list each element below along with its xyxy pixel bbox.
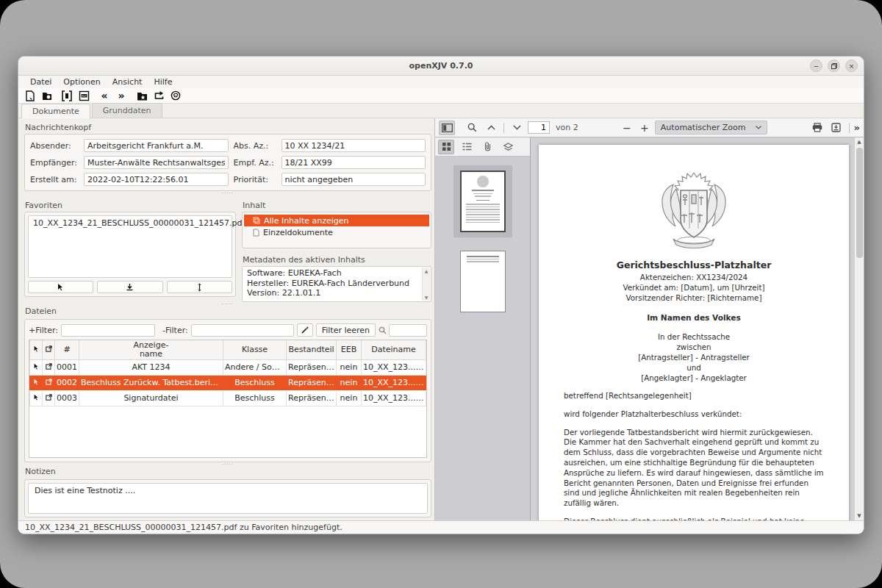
document-paragraph: Dieser Beschluss dient ausschließlich al… [564, 517, 824, 520]
magic-filter-button[interactable] [297, 323, 313, 337]
open-external-column-header[interactable] [43, 340, 55, 359]
sidebar-toolbar [435, 137, 530, 157]
favorite-move-button[interactable] [167, 281, 232, 293]
row-open-cell[interactable] [43, 375, 55, 390]
chevron-down-icon [756, 126, 761, 129]
row-bookmark-cell[interactable] [30, 375, 43, 390]
cell-bestandteil: Repräsentat [287, 375, 337, 390]
empfaenger-label: Empfänger: [30, 158, 79, 168]
zoom-in-button[interactable]: + [637, 122, 652, 134]
inhalt-item-alle[interactable]: Alle Inhalte anzeigen [244, 215, 429, 226]
menu-datei[interactable]: Datei [25, 76, 57, 87]
row-bookmark-cell[interactable] [30, 359, 43, 375]
thumbnail-page-2[interactable] [460, 251, 506, 312]
col-eeb[interactable]: EEB [337, 340, 362, 359]
row-bookmark-cell[interactable] [30, 390, 43, 406]
menu-hilfe[interactable]: Hilfe [148, 76, 177, 87]
find-button[interactable] [464, 121, 480, 135]
tab-grunddaten[interactable]: Grunddaten [92, 103, 162, 118]
scrollbar-thumb[interactable] [856, 148, 863, 258]
print-button[interactable] [809, 121, 825, 135]
pdf-page: Gerichtsbeschluss-Platzhalter Aktenzeich… [539, 145, 849, 520]
absender-field[interactable] [84, 139, 229, 152]
magic-wand-icon [301, 326, 309, 334]
pdf-export-button[interactable]: PDF [76, 89, 91, 102]
layers-view-button[interactable] [500, 140, 516, 154]
cell-nr: 0002 [55, 375, 79, 390]
nav-back-button[interactable]: « [97, 89, 112, 102]
table-row-selected[interactable]: 0002 Beschluss Zurückw. Tatbest.bericht.… [30, 375, 426, 390]
table-row[interactable]: 0003 Signaturdatei Beschluss Repräsentat… [30, 390, 426, 406]
nav-forward-button[interactable]: » [114, 89, 129, 102]
tab-dokumente[interactable]: Dokumente [21, 104, 90, 118]
titlebar[interactable]: openXJV 0.7.0 − × [18, 57, 864, 76]
favoriten-list[interactable]: 10_XX_1234_21_BESCHLUSS_00000031_121457.… [28, 215, 232, 278]
reload-button[interactable] [151, 89, 166, 102]
more-tools-button[interactable]: » [854, 122, 860, 133]
minus-filter-input[interactable] [191, 324, 294, 337]
prioritaet-field[interactable] [282, 173, 426, 186]
pdf-scrollbar[interactable]: ▲ ▼ [854, 137, 864, 520]
cell-anzeige: Signaturdatei [79, 390, 223, 406]
thumbnails-view-button[interactable] [438, 140, 454, 154]
menu-ansicht[interactable]: Ansicht [107, 76, 148, 87]
zoom-select[interactable]: Automatischer Zoom [655, 121, 768, 135]
attachments-icon [484, 142, 491, 151]
col-anzeige-name[interactable]: Anzeige- name [79, 340, 223, 359]
plus-filter-label: +Filter: [29, 326, 58, 335]
maximize-icon [831, 63, 837, 69]
abs-az-field[interactable] [282, 139, 426, 152]
notizen-textarea[interactable]: Dies ist eine Testnotiz .... [28, 483, 428, 514]
outline-view-button[interactable] [459, 140, 475, 154]
window-title: openXJV 0.7.0 [409, 61, 473, 71]
bookmark-column-header[interactable] [30, 340, 43, 359]
search-icon [467, 123, 477, 132]
sidebar-toggle-button[interactable] [439, 121, 455, 135]
col-dateiname[interactable]: Dateiname [362, 340, 426, 359]
empfaenger-field[interactable] [84, 156, 229, 169]
row-open-cell[interactable] [43, 359, 55, 375]
grab-hand-button[interactable] [168, 89, 183, 102]
menu-optionen[interactable]: Optionen [58, 76, 105, 87]
row-open-cell[interactable] [43, 390, 55, 406]
col-klasse[interactable]: Klasse [223, 340, 287, 359]
col-nr[interactable]: # [55, 340, 79, 359]
cell-anzeige: Beschluss Zurückw. Tatbest.bericht. vom … [79, 375, 223, 390]
document-heading: Im Namen des Volkes [564, 313, 824, 322]
close-button[interactable]: × [845, 60, 858, 72]
maximize-button[interactable] [828, 60, 840, 72]
open-file-button[interactable] [23, 89, 37, 102]
inhalt-item-einzeldokumente[interactable]: Einzeldokumente [244, 226, 429, 238]
table-search-input[interactable] [389, 324, 427, 337]
pdf-page-view[interactable]: Gerichtsbeschluss-Platzhalter Aktenzeich… [531, 137, 854, 520]
filter-clear-button[interactable]: Filter leeren [316, 323, 376, 337]
save-button[interactable] [828, 121, 845, 135]
chevron-up-icon [487, 125, 495, 130]
metadaten-scrollbar[interactable]: ▲▼ [422, 268, 430, 301]
table-row[interactable]: 0001 AKT 1234 Andere / Sonstige Repräsen… [30, 359, 426, 375]
empf-az-field[interactable] [282, 156, 426, 169]
zoom-out-button[interactable]: − [620, 122, 634, 134]
col-bestandteil[interactable]: Bestandteil [287, 340, 337, 359]
open-message-button[interactable] [40, 89, 54, 102]
next-page-button[interactable] [509, 121, 525, 135]
nachrichtenkopf-box: Absender: Abs. Az.: Empfänger: Empf. Az.… [24, 134, 431, 191]
document-line: und [564, 362, 824, 373]
document-line: [Angeklagter] - Angeklagter [564, 373, 824, 383]
erstellt-am-field[interactable] [84, 173, 229, 186]
previous-page-button[interactable] [483, 121, 499, 135]
favorites-folder-button[interactable] [135, 89, 149, 102]
splitter-handle[interactable]: ····· [24, 191, 431, 196]
minimize-button[interactable]: − [810, 60, 822, 72]
favorite-bookmark-button[interactable] [28, 281, 93, 293]
favoriten-item[interactable]: 10_XX_1234_21_BESCHLUSS_00000031_121457.… [33, 218, 227, 228]
document-details-pane: Nachrichtenkopf Absender: Abs. Az.: Empf… [18, 118, 434, 520]
prioritaet-label: Priorität: [234, 175, 276, 184]
desktop-background: openXJV 0.7.0 − × Datei Optionen Ansicht… [0, 0, 882, 588]
plus-filter-input[interactable] [61, 324, 155, 337]
attachments-view-button[interactable] [479, 140, 495, 154]
thumbnail-page-1[interactable] [453, 165, 512, 237]
favorite-download-button[interactable] [97, 281, 162, 293]
page-number-input[interactable] [528, 121, 550, 134]
archive-button[interactable] [60, 89, 74, 102]
